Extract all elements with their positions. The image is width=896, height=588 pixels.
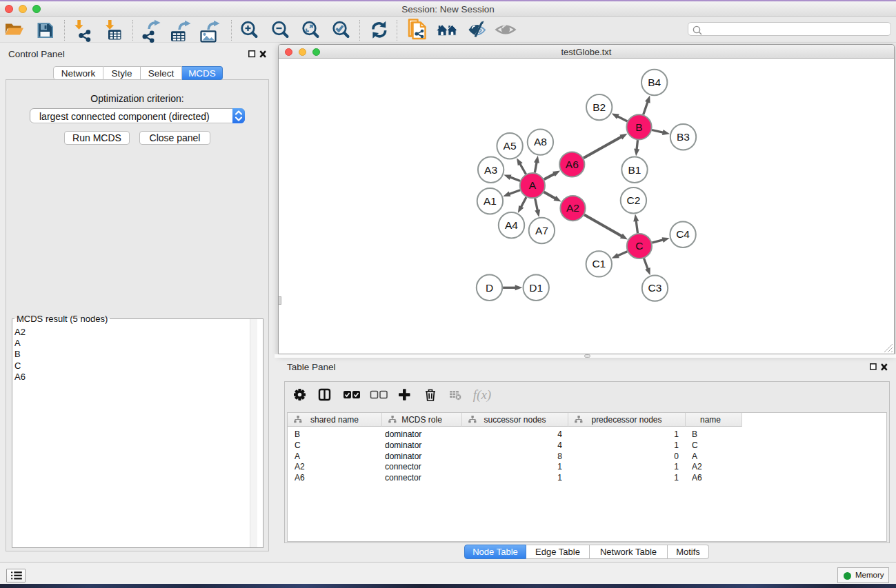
svg-text:B1: B1 xyxy=(628,164,641,176)
svg-text:C4: C4 xyxy=(676,228,690,240)
svg-text:C2: C2 xyxy=(626,194,640,206)
svg-text:A2: A2 xyxy=(566,202,579,214)
svg-text:C1: C1 xyxy=(592,258,606,270)
svg-text:C3: C3 xyxy=(648,282,662,294)
svg-text:A5: A5 xyxy=(504,140,517,152)
svg-text:A4: A4 xyxy=(505,219,518,231)
svg-text:B: B xyxy=(635,121,642,133)
svg-text:A1: A1 xyxy=(484,195,497,207)
svg-text:B4: B4 xyxy=(648,77,661,88)
svg-text:D1: D1 xyxy=(529,282,543,294)
svg-text:A: A xyxy=(529,179,537,191)
svg-text:D: D xyxy=(486,282,493,294)
svg-text:f(x): f(x) xyxy=(473,387,491,403)
svg-text:A6: A6 xyxy=(566,159,579,170)
svg-text:A8: A8 xyxy=(534,136,547,148)
svg-text:A7: A7 xyxy=(535,225,548,236)
svg-text:A3: A3 xyxy=(484,164,497,176)
svg-text:B3: B3 xyxy=(677,131,690,143)
svg-text:B2: B2 xyxy=(593,101,606,113)
svg-text:C: C xyxy=(635,240,643,252)
